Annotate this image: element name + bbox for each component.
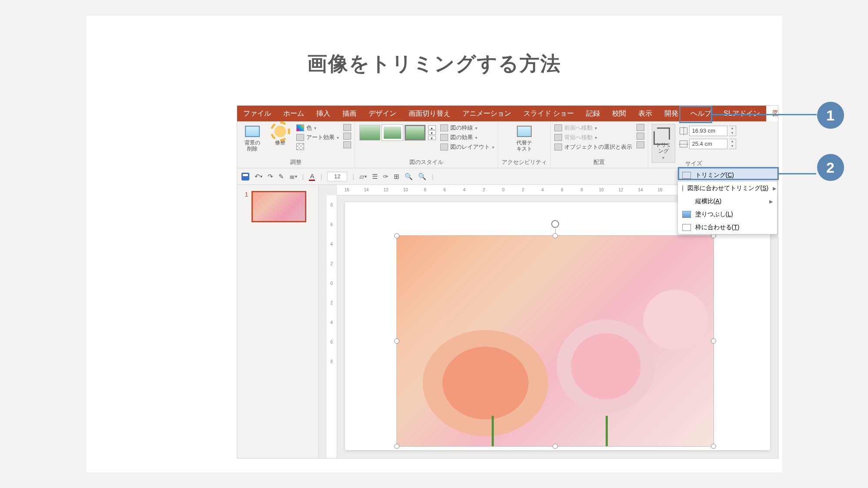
selected-image[interactable] xyxy=(396,235,714,447)
fill-icon xyxy=(682,211,691,218)
tab-review[interactable]: 校閲 xyxy=(606,106,632,121)
callout-leader-1 xyxy=(712,114,817,115)
width-icon xyxy=(680,140,687,147)
crop-menu-crop-label: トリミング xyxy=(695,171,726,178)
tab-view[interactable]: 表示 xyxy=(632,106,658,121)
crop-menu-fill[interactable]: 塗りつぶし(L) xyxy=(678,208,777,221)
color-button[interactable]: 色 xyxy=(296,124,339,132)
ribbon-group-adjust: 背景の 削除 修整 色 アート効果 xyxy=(237,121,355,168)
ribbon: 背景の 削除 修整 色 アート効果 xyxy=(237,121,778,168)
zoom-in-button[interactable]: 🔍 xyxy=(405,173,413,180)
zoom-out-button[interactable]: 🔍 xyxy=(418,173,426,180)
picture-border-label: 図の枠線 xyxy=(450,124,473,132)
remove-background-label: 背景の 削除 xyxy=(245,140,260,152)
compress-pictures-button[interactable] xyxy=(343,124,351,131)
redo-button[interactable]: ↷ xyxy=(268,173,273,180)
resize-handle-r[interactable] xyxy=(711,338,716,344)
crop-button[interactable]: トリミング ▾ xyxy=(652,124,675,163)
crop-menu-to-shape[interactable]: 図形に合わせてトリミング(S) ▶ xyxy=(678,182,777,195)
alt-text-button[interactable]: 代替テ キスト xyxy=(513,124,536,152)
save-icon xyxy=(241,173,249,180)
remove-background-button[interactable]: 背景の 削除 xyxy=(241,124,264,152)
tab-design[interactable]: デザイン xyxy=(362,106,402,121)
tab-help[interactable]: ヘルプ xyxy=(684,106,717,121)
align-button[interactable] xyxy=(637,124,644,131)
undo-button[interactable]: ↶▾ xyxy=(255,173,262,180)
width-spinner[interactable]: ▴▾ xyxy=(729,139,736,149)
submenu-arrow-icon: ▶ xyxy=(769,199,773,204)
artistic-label: アート効果 xyxy=(306,134,335,141)
picture-border-button[interactable]: 図の枠線 xyxy=(440,124,494,132)
ribbon-group-accessibility: 代替テ キスト アクセシビリティ xyxy=(498,121,551,168)
resize-handle-tl[interactable] xyxy=(394,233,399,238)
slide-thumbnail-1[interactable] xyxy=(251,191,306,222)
resize-handle-b[interactable] xyxy=(553,444,558,449)
rotation-handle[interactable] xyxy=(551,220,559,228)
vertical-ruler: 864202468 xyxy=(327,195,337,458)
picture-effects-button[interactable]: 図の効果 xyxy=(440,134,494,141)
slide-thumbnails-pane[interactable]: 1 xyxy=(237,185,319,458)
resize-handle-bl[interactable] xyxy=(394,444,399,449)
bullets-button[interactable]: ≣▾ xyxy=(289,173,297,180)
crop-icon xyxy=(682,172,691,179)
crop-icon xyxy=(657,127,670,140)
tab-file[interactable]: ファイル xyxy=(237,106,277,121)
font-size-input[interactable]: 12 xyxy=(327,172,347,181)
font-color-button[interactable]: A xyxy=(309,172,315,181)
arrange-quick-button[interactable]: ☰ xyxy=(372,173,378,180)
alt-text-label: 代替テ キスト xyxy=(516,140,532,152)
crop-menu-aspect[interactable]: 縦横比(A) ▶ xyxy=(678,195,777,208)
align-quick-button[interactable]: ⊞ xyxy=(394,173,399,180)
resize-handle-br[interactable] xyxy=(711,444,716,449)
styles-gallery-button[interactable]: ▾ xyxy=(428,136,436,140)
change-picture-button[interactable] xyxy=(343,133,351,140)
slide-canvas[interactable] xyxy=(345,202,770,450)
tab-picture-format[interactable]: 図の形式 xyxy=(766,106,778,121)
height-spinner[interactable]: ▴▾ xyxy=(729,126,736,136)
picture-style-2[interactable] xyxy=(382,125,403,140)
selection-pane-button[interactable]: オブジェクトの選択と表示 xyxy=(554,143,632,151)
tab-record[interactable]: 記録 xyxy=(580,106,606,121)
width-input[interactable]: 25.4 cm xyxy=(689,139,727,149)
group-label-adjust: 調整 xyxy=(290,157,302,167)
transparency-button[interactable] xyxy=(296,143,339,150)
tab-insert[interactable]: 挿入 xyxy=(310,106,336,121)
crop-menu-fit-label: 枠に合わせる xyxy=(695,224,732,231)
tab-developer[interactable]: 開発 xyxy=(658,106,684,121)
styles-more-down[interactable]: ▾ xyxy=(428,130,436,135)
tab-transitions[interactable]: 画面切り替え xyxy=(402,106,456,121)
image-decoration xyxy=(492,416,494,446)
crop-menu-to-shape-label: 図形に合わせてトリミング xyxy=(687,184,761,191)
bring-forward-button[interactable]: 前面へ移動 xyxy=(554,124,632,132)
picture-style-3[interactable] xyxy=(405,125,426,140)
tab-home[interactable]: ホーム xyxy=(277,106,310,121)
powerpoint-window: ファイル ホーム 挿入 描画 デザイン 画面切り替え アニメーション スライド … xyxy=(237,105,778,458)
resize-handle-t[interactable] xyxy=(553,233,558,238)
styles-more-up[interactable]: ▴ xyxy=(428,125,436,130)
crop-menu-fit[interactable]: 枠に合わせる(T) xyxy=(678,221,777,234)
callout-badge-1: 1 xyxy=(817,102,844,129)
eyedropper-button[interactable]: ✑ xyxy=(383,173,389,180)
height-input[interactable]: 16.93 cm xyxy=(689,126,727,136)
height-icon xyxy=(680,127,687,134)
shape-icon xyxy=(682,185,683,192)
picture-layout-button[interactable]: 図のレイアウト xyxy=(440,143,494,151)
tab-draw[interactable]: 描画 xyxy=(336,106,362,121)
group-objects-button[interactable] xyxy=(637,133,644,140)
resize-handle-l[interactable] xyxy=(394,338,399,344)
rotate-button[interactable] xyxy=(637,141,644,148)
reset-picture-button[interactable] xyxy=(343,141,351,148)
shapes-gallery-button[interactable]: ▱▾ xyxy=(359,173,367,180)
save-button[interactable] xyxy=(241,173,249,180)
send-backward-button[interactable]: 背面へ移動 xyxy=(554,134,632,141)
picture-style-1[interactable] xyxy=(359,125,380,140)
clear-format-button[interactable]: ✎ xyxy=(278,173,284,180)
artistic-effects-button[interactable]: アート効果 xyxy=(296,134,339,141)
tab-animations[interactable]: アニメーション xyxy=(456,106,517,121)
crop-menu-crop[interactable]: トリミング(C) xyxy=(678,169,777,182)
tab-slideshow[interactable]: スライド ショー xyxy=(517,106,580,121)
corrections-button[interactable]: 修整 xyxy=(268,124,292,146)
tab-sladdin[interactable]: SLアドイン xyxy=(717,106,766,121)
group-label-arrange: 配置 xyxy=(593,157,605,167)
ribbon-group-picture-styles: ▴ ▾ ▾ 図の枠線 図の効果 図のレイアウト 図のスタイル xyxy=(355,121,498,168)
